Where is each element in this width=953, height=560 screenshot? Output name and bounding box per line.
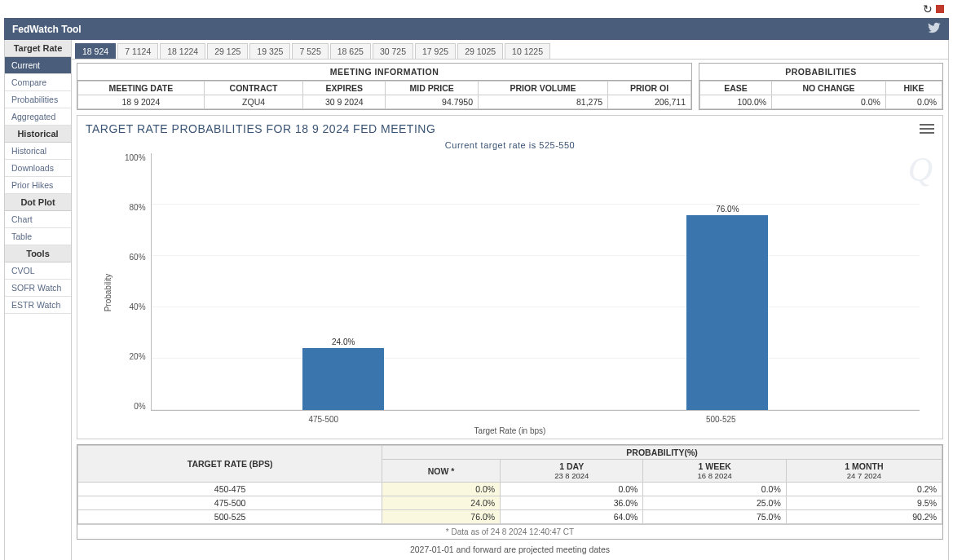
table-cell: 0.0% bbox=[772, 95, 886, 109]
table-cell: 94.7950 bbox=[386, 95, 479, 109]
table-header: MEETING DATE bbox=[78, 82, 205, 95]
table-cell: 206,711 bbox=[608, 95, 691, 109]
x-axis-label: Target Rate (in bps) bbox=[84, 426, 936, 435]
sidebar-item-aggregated[interactable]: Aggregated bbox=[5, 108, 71, 126]
table-header: MID PRICE bbox=[386, 82, 479, 95]
chart-plot-area: 24.0%76.0% bbox=[151, 153, 920, 411]
table-header: 1 MONTH24 7 2024 bbox=[786, 460, 942, 483]
sidebar-section-head: Historical bbox=[5, 126, 71, 143]
sidebar-item-cvol[interactable]: CVOL bbox=[5, 262, 71, 280]
sidebar-section-head: Target Rate bbox=[5, 40, 71, 57]
table-header: 1 WEEK16 8 2024 bbox=[643, 460, 786, 483]
table-cell: 90.2% bbox=[786, 510, 942, 524]
meeting-tab[interactable]: 7 525 bbox=[292, 43, 328, 59]
table-header: 1 DAY23 8 2024 bbox=[501, 460, 643, 483]
probabilities-table: PROBABILITIES EASENO CHANGEHIKE100.0%0.0… bbox=[699, 63, 943, 110]
sidebar-item-table[interactable]: Table bbox=[5, 228, 71, 245]
x-tick: 500-525 bbox=[523, 415, 920, 424]
tool-title: FedWatch Tool bbox=[12, 24, 82, 35]
meeting-tab[interactable]: 18 625 bbox=[330, 43, 371, 59]
footer-note: 2027-01-01 and forward are projected mee… bbox=[77, 540, 943, 559]
meeting-info-title: MEETING INFORMATION bbox=[77, 64, 691, 81]
chart-bar bbox=[302, 348, 384, 410]
table-cell: 450-475 bbox=[78, 483, 382, 496]
x-axis: 475-500500-525 bbox=[125, 415, 920, 424]
table-cell: 81,275 bbox=[479, 95, 608, 109]
sidebar-item-probabilities[interactable]: Probabilities bbox=[5, 91, 71, 108]
y-tick: 20% bbox=[130, 352, 146, 361]
table-cell: 76.0% bbox=[382, 510, 501, 524]
table-cell: 100.0% bbox=[700, 95, 772, 109]
bar-value-label: 76.0% bbox=[716, 205, 739, 214]
table-header: PRIOR VOLUME bbox=[479, 82, 608, 95]
meeting-tab[interactable]: 29 1025 bbox=[457, 43, 503, 59]
table-cell: 36.0% bbox=[501, 496, 643, 510]
chart-subtitle: Current target rate is 525-550 bbox=[84, 140, 936, 150]
table-header: PROBABILITY(%) bbox=[382, 446, 942, 460]
sidebar-item-compare[interactable]: Compare bbox=[5, 74, 71, 91]
table-cell: 75.0% bbox=[643, 510, 786, 524]
twitter-icon[interactable] bbox=[928, 21, 941, 37]
sidebar-section-head: Tools bbox=[5, 245, 71, 262]
bar-slot: 76.0% bbox=[536, 153, 920, 410]
table-cell: 0.0% bbox=[501, 483, 643, 496]
meeting-tab[interactable]: 7 1124 bbox=[117, 43, 158, 59]
table-cell: 64.0% bbox=[501, 510, 643, 524]
chart-bar bbox=[686, 215, 768, 410]
table-cell: ZQU4 bbox=[204, 95, 303, 109]
table-header: NO CHANGE bbox=[772, 82, 886, 95]
table-header: PRIOR OI bbox=[608, 82, 691, 95]
sidebar-item-estr-watch[interactable]: ESTR Watch bbox=[5, 297, 71, 314]
y-axis: 100%80%60%40%20%0% bbox=[125, 153, 151, 411]
table-header: CONTRACT bbox=[204, 82, 303, 95]
sidebar-item-historical[interactable]: Historical bbox=[5, 143, 71, 160]
y-tick: 100% bbox=[125, 153, 146, 162]
asterisk-note: * Data as of 24 8 2024 12:40:47 CT bbox=[77, 524, 942, 539]
table-cell: 24.0% bbox=[382, 496, 501, 510]
chart-section: TARGET RATE PROBABILITIES FOR 18 9 2024 … bbox=[77, 115, 943, 439]
table-cell: 475-500 bbox=[78, 496, 382, 510]
table-cell: 500-525 bbox=[78, 510, 382, 524]
x-tick: 475-500 bbox=[125, 415, 523, 424]
tool-header: FedWatch Tool bbox=[4, 18, 949, 40]
y-tick: 40% bbox=[130, 302, 146, 311]
sidebar-item-current[interactable]: Current bbox=[5, 57, 71, 74]
table-header: TARGET RATE (BPS) bbox=[78, 446, 382, 483]
table-header: EXPIRES bbox=[303, 82, 386, 95]
sidebar-item-chart[interactable]: Chart bbox=[5, 211, 71, 228]
meeting-tab[interactable]: 18 1224 bbox=[160, 43, 205, 59]
meeting-info-table: MEETING INFORMATION MEETING DATECONTRACT… bbox=[77, 63, 692, 110]
y-tick: 80% bbox=[130, 203, 146, 212]
meeting-tab[interactable]: 30 725 bbox=[373, 43, 413, 59]
sidebar-item-downloads[interactable]: Downloads bbox=[5, 160, 71, 177]
probabilities-title: PROBABILITIES bbox=[699, 64, 942, 81]
y-axis-label: Probability bbox=[104, 274, 113, 312]
table-cell: 0.0% bbox=[643, 483, 786, 496]
table-header: HIKE bbox=[885, 82, 942, 95]
table-cell: 30 9 2024 bbox=[303, 95, 386, 109]
meeting-tab[interactable]: 17 925 bbox=[415, 43, 456, 59]
y-tick: 0% bbox=[134, 402, 145, 411]
sidebar-item-prior-hikes[interactable]: Prior Hikes bbox=[5, 177, 71, 194]
chart-menu-icon[interactable] bbox=[920, 124, 934, 135]
chart-title: TARGET RATE PROBABILITIES FOR 18 9 2024 … bbox=[84, 121, 936, 140]
meeting-tab[interactable]: 29 125 bbox=[207, 43, 248, 59]
table-cell: 18 9 2024 bbox=[78, 95, 205, 109]
bar-slot: 24.0% bbox=[152, 153, 536, 410]
table-header: NOW * bbox=[382, 460, 501, 483]
meeting-tab[interactable]: 19 325 bbox=[249, 43, 290, 59]
sidebar-item-sofr-watch[interactable]: SOFR Watch bbox=[5, 280, 71, 297]
mini-record-icon[interactable] bbox=[936, 5, 944, 13]
meeting-tab[interactable]: 10 1225 bbox=[505, 43, 550, 59]
history-table: TARGET RATE (BPS)PROBABILITY(%)NOW *1 DA… bbox=[77, 444, 943, 540]
meeting-tabs: 18 9247 112418 122429 12519 3257 52518 6… bbox=[72, 40, 948, 60]
meeting-tab[interactable]: 18 924 bbox=[75, 43, 116, 59]
table-cell: 0.0% bbox=[885, 95, 942, 109]
refresh-icon[interactable]: ↻ bbox=[923, 2, 933, 15]
table-cell: 25.0% bbox=[643, 496, 786, 510]
table-header: EASE bbox=[700, 82, 772, 95]
table-cell: 0.2% bbox=[786, 483, 942, 496]
sidebar-section-head: Dot Plot bbox=[5, 194, 71, 211]
y-tick: 60% bbox=[130, 253, 146, 262]
sidebar: Target RateCurrentCompareProbabilitiesAg… bbox=[5, 40, 72, 560]
